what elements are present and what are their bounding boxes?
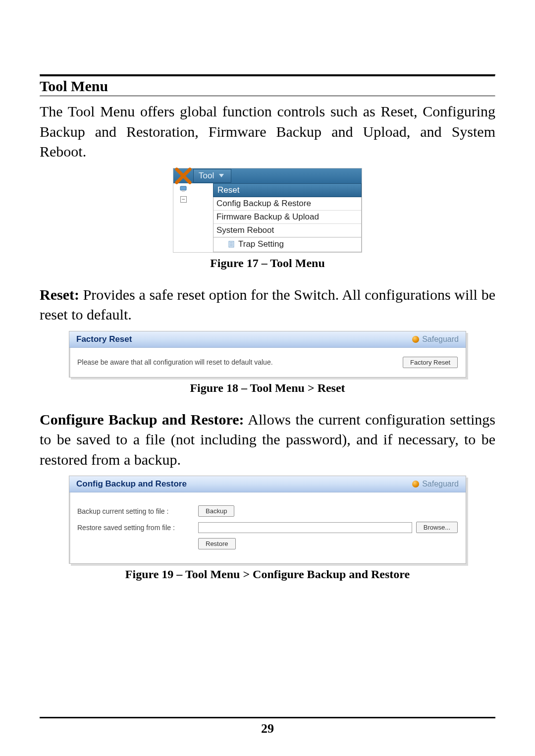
safeguard-icon [412, 336, 419, 343]
menu-item-config-backup-restore[interactable]: Config Backup & Restore [214, 197, 361, 211]
collapse-icon[interactable]: − [180, 196, 187, 203]
menu-item-reset[interactable]: Reset [213, 183, 362, 197]
figure-18: Factory Reset Safeguard Please be aware … [69, 331, 466, 378]
restore-button[interactable]: Restore [198, 538, 236, 549]
tool-dropdown-label: Tool [199, 171, 214, 181]
tree-item-trap-setting[interactable]: Trap Setting [214, 237, 361, 252]
document-icon [227, 240, 235, 248]
section-heading: Tool Menu [40, 77, 495, 96]
chevron-down-icon [219, 174, 224, 177]
safeguard-indicator: Safeguard [412, 335, 459, 344]
factory-reset-button[interactable]: Factory Reset [403, 357, 458, 368]
backup-button[interactable]: Backup [198, 505, 234, 517]
restore-file-input[interactable] [198, 522, 412, 533]
figure-18-caption: Figure 18 – Tool Menu > Reset [40, 381, 495, 395]
panel-title: Factory Reset [76, 334, 132, 344]
restore-label: Restore saved setting from file : [77, 524, 191, 532]
menu-item-system-reboot[interactable]: System Reboot [214, 224, 361, 237]
svg-rect-0 [180, 186, 186, 190]
config-backup-paragraph: Configure Backup and Restore: Allows the… [40, 410, 495, 470]
panel-title: Config Backup and Restore [76, 479, 187, 489]
figure-19: Config Backup and Restore Safeguard Back… [69, 476, 466, 564]
intro-paragraph: The Tool Menu offers global function con… [40, 102, 495, 162]
page-number: 29 [0, 721, 535, 736]
browse-button[interactable]: Browse... [416, 522, 458, 533]
figure-17: Tool − Reset Config Backup & Restore [173, 168, 362, 253]
figure-17-caption: Figure 17 – Tool Menu [40, 257, 495, 270]
safeguard-indicator: Safeguard [412, 480, 459, 488]
wrench-icon [173, 166, 193, 186]
menu-item-firmware-backup-upload[interactable]: Firmware Backup & Upload [214, 211, 361, 224]
svg-rect-1 [182, 190, 185, 192]
backup-label: Backup current setting to file : [77, 507, 191, 515]
safeguard-icon [412, 481, 419, 487]
reset-warning-text: Please be aware that all configuration w… [77, 358, 273, 366]
reset-paragraph: Reset: Provides a safe reset option for … [40, 285, 495, 325]
figure-19-caption: Figure 19 – Tool Menu > Configure Backup… [40, 568, 495, 581]
tool-dropdown[interactable]: Tool [193, 169, 231, 183]
device-icon [179, 185, 187, 193]
